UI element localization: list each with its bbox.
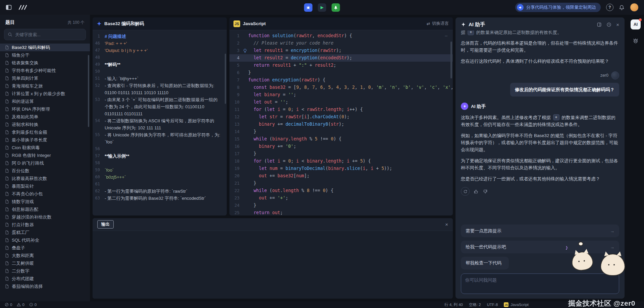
sidebar-item[interactable]: 最小替换子串长度 [0, 136, 90, 144]
sidebar-item[interactable]: 番茄编辑的选择 [0, 283, 90, 290]
sidebar-item[interactable]: 蛋糕工厂 [0, 229, 90, 236]
sidebar-item[interactable]: 计算位置 x 到 y 的最少步数 [0, 90, 90, 98]
sidebar-item[interactable]: 猫鱼分干 [0, 51, 90, 59]
mascot-icon[interactable] [632, 38, 639, 44]
switch-language-label: 切换语言 [432, 21, 449, 26]
assistant-header: AI 助手 [461, 103, 619, 110]
open-in-panel-icon[interactable] [597, 22, 602, 27]
status-warnings[interactable]: 0 [17, 303, 24, 307]
debug-button[interactable] [304, 3, 313, 12]
sidebar-item[interactable]: 不再贪心的小包 [0, 190, 90, 198]
sidebar-item[interactable]: 猜数字游戏 [0, 198, 90, 205]
sidebar-item[interactable]: 青海湖租车之旅 [0, 82, 90, 90]
suggestion-label: 需要一点思路提示 [466, 228, 501, 234]
javascript-icon: JS [233, 20, 240, 27]
language-indicator[interactable]: JS JavaScript [504, 302, 529, 307]
ai-input-box[interactable] [461, 273, 619, 294]
problem-panel-header: Base32 编码和解码 [93, 17, 227, 30]
encoding-indicator[interactable]: UTF-8 [487, 303, 498, 307]
history-icon[interactable] [606, 22, 611, 27]
status-errors[interactable]: 0 [5, 303, 12, 307]
search-box[interactable] [4, 29, 86, 40]
sidebar-item[interactable]: 穿越沙漠的补给次数 [0, 213, 90, 221]
sidebar-item[interactable]: 打点计数器 [0, 221, 90, 229]
code-line: 25 return out; [229, 209, 453, 215]
line-number: 23 [229, 194, 241, 202]
switch-language-button[interactable]: ⇄ 切换语言 [427, 21, 449, 26]
sidebar-scrollbar[interactable] [88, 55, 89, 127]
sidebar-item[interactable]: 叠盘子 [0, 244, 90, 252]
problem-tab[interactable]: Base32 编码和解码 [97, 21, 144, 27]
code-line: 18 for (let i = 0; i < binary.length; i … [229, 158, 453, 165]
sidebar-item[interactable]: 创意标题匹配 [0, 205, 90, 213]
fold-dash-icon[interactable]: — [445, 32, 447, 40]
problem-line: 49**解码** [93, 61, 227, 68]
user-avatar[interactable] [630, 3, 639, 12]
search-icon [8, 32, 12, 37]
sidebar-item[interactable]: 进制求和转换 [0, 121, 90, 128]
sidebar-item[interactable]: 大数和距离 [0, 252, 90, 259]
ai-paragraph: 为了更确定地保证所有类似情况都能正确解码，建议进行更全面的测试，包括各种不同长度… [461, 157, 619, 171]
run-button[interactable]: ▶ [318, 3, 326, 12]
search-input[interactable] [15, 32, 82, 37]
lightbulb-icon[interactable] [243, 49, 247, 53]
language-tab[interactable]: JS JavaScript [233, 20, 266, 27]
sidebar-item-label: 大数和距离 [12, 253, 34, 259]
sidebar-item[interactable]: 和的逆运算 [0, 98, 90, 105]
ai-assistant-launcher-icon[interactable]: AI [631, 19, 641, 29]
problem-sidebar: 题目 共 100 个 Base32 编码和解码猫鱼分干链表聚集交换字符串有多少种… [0, 15, 90, 301]
sidebar-item-label: 及格如此简单 [12, 114, 38, 120]
sidebar-item[interactable]: 链表聚集交换 [0, 59, 90, 67]
document-icon [5, 284, 9, 289]
output-close-icon[interactable]: × [445, 222, 448, 227]
sidebar-item[interactable]: 简单四则计算 [0, 74, 90, 82]
document-icon [5, 68, 9, 73]
suggestion-pill[interactable]: 帮我检查一下代码 [461, 257, 509, 269]
sidebar-item[interactable]: 比赛最高获胜次数 [0, 175, 90, 182]
sidebar-item[interactable]: 及格如此简单 [0, 113, 90, 121]
ai-intro-messages: 总体而言，代码的结构和基本逻辑是合理的，但在处理一些特殊情况和边界条件时，可能需… [461, 40, 619, 65]
document-icon [5, 53, 9, 57]
indentation-indicator[interactable]: 空格: 2 [469, 302, 481, 307]
sidebar-item[interactable]: Base32 编码和解码 [0, 44, 90, 51]
share-banner[interactable]: 分享代码练习体验，领限量定制周边 [515, 3, 601, 12]
sidebar-item[interactable]: 阿 D 的飞行路线 [0, 159, 90, 167]
ai-close-icon[interactable]: × [616, 22, 619, 27]
sidebar-item[interactable]: 百分位数 [0, 167, 90, 175]
topbar-left [5, 4, 29, 11]
sidebar-item[interactable]: 二叉树供暖 [0, 259, 90, 267]
editor-panel-header: JS JavaScript ⇄ 切换语言 [229, 17, 453, 30]
suggestion-pill[interactable]: 需要一点思路提示→ [461, 225, 619, 237]
problem-scrollbar[interactable] [225, 54, 226, 104]
sidebar-item[interactable]: SQL 代码补全 [0, 236, 90, 244]
sidebar-toggle-icon[interactable] [5, 4, 12, 11]
sidebar-item[interactable]: RGB 色值转 Integer [0, 151, 90, 159]
problem-line: 1# 问题描述 [93, 33, 227, 40]
app-logo[interactable] [17, 4, 29, 11]
status-infos[interactable]: 0 [29, 303, 37, 307]
sidebar-item[interactable]: 拿到最多红包金额 [0, 128, 90, 136]
document-icon [5, 199, 9, 204]
suggestion-pill[interactable]: 给我一些代码提示吧→ [461, 241, 619, 253]
thumbs-up-icon[interactable] [474, 189, 479, 194]
help-button[interactable]: ? [606, 4, 613, 11]
thumbs-down-icon[interactable] [483, 189, 488, 194]
notifications-bell-icon[interactable] [619, 5, 625, 10]
submit-button[interactable] [332, 3, 340, 12]
document-icon [5, 253, 9, 258]
output-tab[interactable]: 输出 [97, 220, 114, 229]
regenerate-icon[interactable] [461, 187, 470, 196]
sidebar-item[interactable]: 分布式团建 [0, 275, 90, 283]
sidebar-item[interactable]: Cion 勒索病毒 [0, 144, 90, 151]
sidebar-item[interactable]: 二分数字 [0, 267, 90, 275]
sidebar-item[interactable]: 暴雨梨花针 [0, 182, 90, 190]
code-line: 9 let binary = ''; [229, 91, 453, 99]
sidebar-item[interactable]: 字符串有多少种可能性 [0, 67, 90, 74]
ai-paragraph: 您在运行这段代码时，具体遇到了什么样的错误或者不符合预期的结果呢？ [461, 58, 619, 65]
sidebar-item[interactable]: 环状 DNA 序列整理 [0, 105, 90, 113]
cursor-position[interactable]: 行 4, 列 40 [444, 302, 463, 307]
editor-scrollbar[interactable] [450, 42, 452, 78]
code-editor[interactable]: 1function solution(rawStr, encodedStr) {… [229, 30, 453, 215]
ai-input[interactable] [461, 274, 619, 293]
assistant-label: AI 助手 [471, 103, 486, 110]
